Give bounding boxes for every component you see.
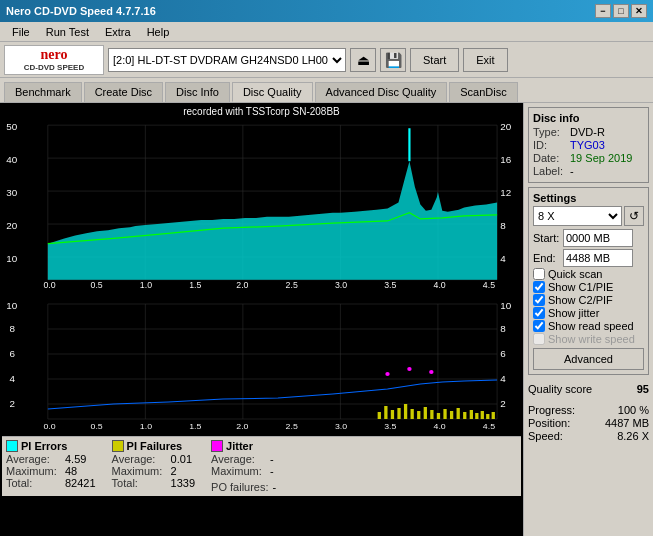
drive-selector[interactable]: [2:0] HL-DT-ST DVDRAM GH24NSD0 LH00 [108, 48, 346, 72]
jitter-stats: Jitter Average: - Maximum: - PO failures… [211, 440, 276, 493]
position-value: 4487 MB [605, 417, 649, 429]
settings-section: Settings 8 X ↺ Start: End: Quick scan [528, 187, 649, 375]
pi-max-label: Maximum: [6, 465, 61, 477]
start-input[interactable] [563, 229, 633, 247]
maximize-button[interactable]: □ [613, 4, 629, 18]
type-value: DVD-R [570, 126, 605, 138]
pi-failures-stats: PI Failures Average: 0.01 Maximum: 2 Tot… [112, 440, 195, 489]
menubar: File Run Test Extra Help [0, 22, 653, 42]
jitter-max-label: Maximum: [211, 465, 266, 477]
tab-advanced-disc-quality[interactable]: Advanced Disc Quality [315, 82, 448, 102]
svg-text:3.5: 3.5 [384, 280, 396, 290]
speed-selector[interactable]: 8 X [533, 206, 622, 226]
quality-score-label: Quality score [528, 383, 592, 395]
quick-scan-row: Quick scan [533, 268, 644, 280]
date-label: Date: [533, 152, 568, 164]
svg-text:4: 4 [9, 373, 14, 383]
svg-text:8: 8 [500, 220, 505, 231]
minimize-button[interactable]: − [595, 4, 611, 18]
tab-disc-info[interactable]: Disc Info [165, 82, 230, 102]
svg-point-67 [385, 372, 389, 376]
svg-text:4.0: 4.0 [434, 421, 447, 431]
advanced-button[interactable]: Advanced [533, 348, 644, 370]
svg-rect-49 [384, 406, 387, 419]
tab-bar: Benchmark Create Disc Disc Info Disc Qua… [0, 78, 653, 103]
tab-benchmark[interactable]: Benchmark [4, 82, 82, 102]
show-c2-checkbox[interactable] [533, 294, 545, 306]
show-jitter-label: Show jitter [548, 307, 599, 319]
quick-scan-checkbox[interactable] [533, 268, 545, 280]
disc-id-row: ID: TYG03 [533, 139, 644, 151]
position-label: Position: [528, 417, 570, 429]
start-button[interactable]: Start [410, 48, 459, 72]
tab-scandisc[interactable]: ScanDisc [449, 82, 517, 102]
show-jitter-row: Show jitter [533, 307, 644, 319]
show-jitter-checkbox[interactable] [533, 307, 545, 319]
menu-extra[interactable]: Extra [97, 24, 139, 40]
svg-text:1.0: 1.0 [140, 421, 153, 431]
progress-section: Progress: 100 % Position: 4487 MB Speed:… [528, 403, 649, 443]
save-icon[interactable]: 💾 [380, 48, 406, 72]
refresh-button[interactable]: ↺ [624, 206, 644, 226]
jitter-avg-value: - [270, 453, 274, 465]
disc-info-title: Disc info [533, 112, 644, 124]
disc-type-row: Type: DVD-R [533, 126, 644, 138]
show-write-speed-label: Show write speed [548, 333, 635, 345]
menu-run-test[interactable]: Run Test [38, 24, 97, 40]
settings-title: Settings [533, 192, 644, 204]
svg-text:3.0: 3.0 [335, 280, 347, 290]
nero-logo: nero CD-DVD SPEED [4, 45, 104, 75]
svg-text:16: 16 [500, 155, 511, 166]
close-button[interactable]: ✕ [631, 4, 647, 18]
pif-total-value: 1339 [171, 477, 195, 489]
jitter-legend-icon [211, 440, 223, 452]
show-read-speed-row: Show read speed [533, 320, 644, 332]
svg-rect-55 [424, 407, 427, 419]
progress-value: 100 % [618, 404, 649, 416]
svg-text:1.5: 1.5 [189, 280, 201, 290]
tab-create-disc[interactable]: Create Disc [84, 82, 163, 102]
progress-label: Progress: [528, 404, 575, 416]
chart-title: recorded with TSSTcorp SN-208BB [2, 105, 521, 118]
quick-scan-label: Quick scan [548, 268, 602, 280]
show-read-speed-checkbox[interactable] [533, 320, 545, 332]
lower-chart: 10 8 6 4 2 10 8 6 4 2 0.0 0.5 1.0 1.5 2.… [4, 294, 519, 434]
window-controls: − □ ✕ [595, 4, 647, 18]
pi-total-value: 82421 [65, 477, 96, 489]
speed-value-progress: 8.26 X [617, 430, 649, 442]
end-input[interactable] [563, 249, 633, 267]
tab-disc-quality[interactable]: Disc Quality [232, 82, 313, 102]
toolbar: nero CD-DVD SPEED [2:0] HL-DT-ST DVDRAM … [0, 42, 653, 78]
menu-file[interactable]: File [4, 24, 38, 40]
svg-text:0.5: 0.5 [91, 280, 103, 290]
svg-text:40: 40 [6, 155, 17, 166]
show-read-speed-label: Show read speed [548, 320, 634, 332]
svg-text:0.0: 0.0 [43, 421, 56, 431]
svg-text:10: 10 [500, 300, 511, 310]
svg-text:4: 4 [500, 253, 506, 264]
svg-text:4.0: 4.0 [434, 280, 446, 290]
disc-info-section: Disc info Type: DVD-R ID: TYG03 Date: 19… [528, 107, 649, 183]
show-write-speed-checkbox [533, 333, 545, 345]
jitter-avg-label: Average: [211, 453, 266, 465]
svg-rect-58 [443, 409, 446, 419]
svg-text:0.0: 0.0 [43, 280, 55, 290]
svg-rect-57 [437, 413, 440, 419]
pif-max-value: 2 [171, 465, 177, 477]
menu-help[interactable]: Help [139, 24, 178, 40]
pif-avg-label: Average: [112, 453, 167, 465]
svg-text:4.5: 4.5 [483, 280, 495, 290]
eject-icon[interactable]: ⏏ [350, 48, 376, 72]
show-c1-checkbox[interactable] [533, 281, 545, 293]
svg-rect-65 [486, 414, 489, 419]
disc-date-row: Date: 19 Sep 2019 [533, 152, 644, 164]
start-label: Start: [533, 232, 561, 244]
svg-text:30: 30 [6, 188, 17, 199]
chart-area: recorded with TSSTcorp SN-208BB [0, 103, 523, 536]
exit-button[interactable]: Exit [463, 48, 507, 72]
svg-text:2: 2 [9, 398, 14, 408]
show-c2-label: Show C2/PIF [548, 294, 613, 306]
show-c2-row: Show C2/PIF [533, 294, 644, 306]
id-label: ID: [533, 139, 568, 151]
pi-max-value: 48 [65, 465, 77, 477]
